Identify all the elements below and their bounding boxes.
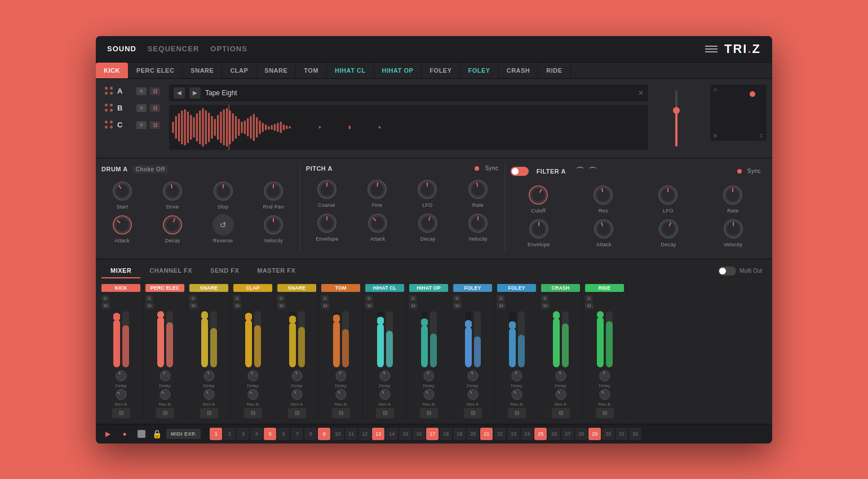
seq-num-18[interactable]: 18: [440, 428, 452, 440]
seq-num-32[interactable]: 32: [629, 428, 641, 440]
tom-fader-knob[interactable]: [333, 314, 340, 322]
crash-delay-knob[interactable]: [555, 370, 567, 382]
tom-m-btn[interactable]: M: [321, 303, 330, 309]
seq-num-19[interactable]: 19: [453, 428, 466, 440]
seq-num-16[interactable]: 16: [413, 428, 425, 440]
tab-foley-1[interactable]: FOLEY: [422, 63, 460, 78]
kick-rev-knob[interactable]: [115, 388, 127, 401]
filter-type-hp[interactable]: ⌒: [587, 165, 598, 178]
foley2-m-btn[interactable]: M: [497, 303, 506, 309]
seq-num-26[interactable]: 26: [548, 428, 560, 440]
knob-pitch-rate[interactable]: [467, 179, 489, 200]
foley1-m-btn[interactable]: M: [453, 303, 462, 309]
waveform-clear[interactable]: ✕: [638, 89, 644, 97]
waveform-next[interactable]: ▶: [189, 87, 201, 99]
hihat-op-fader-knob[interactable]: [421, 318, 428, 326]
seq-num-17[interactable]: 17: [426, 428, 439, 440]
hihat-op-s-btn[interactable]: S: [409, 295, 417, 301]
clap-eq-btn[interactable]: ⊟: [244, 408, 262, 418]
filter-toggle[interactable]: [511, 167, 529, 176]
foley2-s-btn[interactable]: S: [497, 295, 504, 301]
knob-attack[interactable]: [112, 214, 133, 236]
hihat-op-rev-knob[interactable]: [423, 388, 435, 401]
perc-m-btn[interactable]: M: [145, 303, 154, 309]
tab-crash[interactable]: CRASH: [499, 63, 539, 78]
tab-snare-1[interactable]: SNARE: [183, 63, 222, 78]
layer-a-solo[interactable]: S: [136, 87, 147, 95]
perc-rev-knob[interactable]: [159, 388, 171, 401]
knob-filter-velocity[interactable]: [723, 218, 744, 239]
hihat-op-delay-knob[interactable]: [423, 370, 435, 382]
snare1-fader-knob[interactable]: [201, 311, 208, 319]
clap-s-btn[interactable]: S: [233, 295, 241, 301]
foley2-fader-knob[interactable]: [509, 321, 516, 329]
seq-num-8[interactable]: 8: [304, 428, 317, 440]
knob-pitch-decay[interactable]: [417, 212, 439, 234]
kick-eq-btn[interactable]: ⊟: [112, 408, 130, 418]
crash-m-btn[interactable]: M: [541, 303, 550, 309]
snare1-rev-knob[interactable]: [203, 388, 215, 401]
hihat-cl-fader-knob[interactable]: [377, 317, 384, 325]
seq-num-13[interactable]: 13: [372, 428, 384, 440]
mixer-tab-channel-fx[interactable]: CHANNEL FX: [140, 264, 201, 278]
tom-s-btn[interactable]: S: [321, 295, 329, 301]
seq-num-23[interactable]: 23: [507, 428, 520, 440]
seq-num-1[interactable]: 1: [210, 428, 222, 440]
seq-num-3[interactable]: 3: [237, 428, 249, 440]
clap-fader-track[interactable]: [245, 311, 252, 367]
foley1-s-btn[interactable]: S: [453, 295, 460, 301]
knob-rndpan[interactable]: [263, 180, 284, 202]
menu-icon[interactable]: [705, 46, 718, 52]
xy-pad[interactable]: A B C: [710, 85, 767, 141]
xy-dot-a[interactable]: [750, 91, 755, 97]
seq-num-28[interactable]: 28: [575, 428, 587, 440]
foley1-rev-knob[interactable]: [467, 388, 479, 401]
kick-fader-track[interactable]: [113, 311, 120, 367]
tom-fader-track[interactable]: [333, 311, 340, 367]
hihat-op-m-btn[interactable]: M: [409, 303, 418, 309]
layer-a-link[interactable]: ⛓: [150, 87, 160, 95]
volume-slider-track[interactable]: [675, 90, 677, 147]
knob-filter-env[interactable]: [528, 218, 550, 239]
snare2-fader-knob[interactable]: [289, 316, 296, 323]
seq-num-9[interactable]: 9: [318, 428, 330, 440]
waveform-prev[interactable]: ◀: [174, 87, 185, 99]
nav-options[interactable]: OPTIONS: [210, 45, 247, 53]
snare2-s-btn[interactable]: S: [277, 295, 285, 301]
knob-filter-rate[interactable]: [722, 184, 743, 206]
multi-out-toggle[interactable]: [718, 267, 736, 276]
knob-start[interactable]: [112, 180, 133, 202]
mixer-tab-send-fx[interactable]: SEND FX: [201, 264, 248, 278]
seq-num-2[interactable]: 2: [223, 428, 236, 440]
tab-hihat-op[interactable]: HIHAT OP: [374, 63, 422, 78]
volume-slider-knob[interactable]: [673, 107, 680, 114]
tab-foley-2[interactable]: FOLEY: [460, 63, 499, 78]
clap-fader-knob[interactable]: [245, 313, 252, 321]
seq-num-22[interactable]: 22: [494, 428, 506, 440]
knob-coarse[interactable]: [316, 179, 338, 200]
hihat-cl-rev-knob[interactable]: [379, 388, 391, 401]
tab-hihat-cl[interactable]: HIHAT CL: [327, 63, 374, 78]
perc-fader-knob[interactable]: [157, 311, 164, 318]
seq-num-20[interactable]: 20: [467, 428, 479, 440]
nav-sound[interactable]: SOUND: [107, 45, 136, 53]
clap-delay-knob[interactable]: [247, 370, 259, 382]
knob-filter-decay[interactable]: [658, 218, 679, 239]
knob-slop[interactable]: [212, 180, 234, 202]
record-button[interactable]: ●: [118, 428, 131, 440]
knob-pitch-env[interactable]: [316, 212, 338, 234]
kick-delay-knob[interactable]: [115, 370, 127, 382]
seq-num-27[interactable]: 27: [561, 428, 574, 440]
seq-num-4[interactable]: 4: [250, 428, 263, 440]
ride-fader-track[interactable]: [597, 311, 604, 367]
seq-num-5[interactable]: 5: [264, 428, 276, 440]
pitch-sync-label[interactable]: Sync: [485, 165, 498, 171]
knob-filter-lfo[interactable]: [657, 184, 679, 206]
perc-s-btn[interactable]: S: [145, 295, 153, 301]
ride-m-btn[interactable]: M: [585, 303, 594, 309]
hihat-op-eq-btn[interactable]: ⊟: [420, 408, 438, 418]
seq-num-21[interactable]: 21: [480, 428, 493, 440]
kick-m-btn[interactable]: M: [101, 303, 110, 309]
layer-c-link[interactable]: ⛓: [150, 121, 160, 129]
seq-num-14[interactable]: 14: [386, 428, 398, 440]
